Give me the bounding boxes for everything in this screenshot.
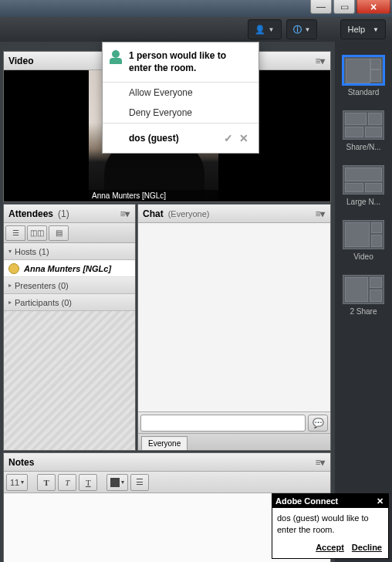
layout-video[interactable]: Video (341, 220, 386, 261)
attendees-title: Attendees (8, 208, 53, 219)
fontsize-value: 11 (10, 478, 19, 487)
chat-tabs: Everyone (138, 433, 330, 450)
notes-title: Notes (8, 457, 34, 468)
video-feed-label: Anna Munters [NGLc] (89, 190, 218, 201)
window-minimize-button[interactable]: — (310, 0, 332, 14)
presenters-label: Presenters (0) (15, 281, 69, 290)
layout-thumb-video (343, 220, 384, 249)
pod-menu-icon[interactable]: ≡▾ (315, 457, 326, 468)
pod-menu-icon[interactable]: ≡▾ (315, 208, 326, 219)
chat-pod-header: Chat (Everyone) ≡▾ (138, 205, 330, 223)
layout-thumb-standard (343, 56, 384, 85)
info-icon: ⓘ (293, 24, 302, 36)
decline-guest-button[interactable]: ✕ (237, 131, 251, 145)
knocking-guest-row: dos (guest) ✓ ✕ (103, 124, 259, 153)
close-icon: ✕ (377, 496, 384, 506)
chat-pod: Chat (Everyone) ≡▾ 💬 Everyone (137, 204, 331, 451)
close-icon: ✕ (239, 132, 248, 144)
layout-label: Standard (348, 88, 380, 96)
allow-everyone-button[interactable]: Allow Everyone (103, 83, 259, 103)
layout-label: 2 Share (350, 307, 377, 316)
toast-close-button[interactable]: ✕ (374, 496, 385, 506)
attendees-view-list-button[interactable]: ☰ (5, 225, 25, 241)
pod-menu-icon[interactable]: ≡▾ (315, 56, 326, 66)
chat-title: Chat (143, 208, 164, 219)
person-icon: 👤 (255, 25, 265, 35)
attendees-pod: Attendees (1) ≡▾ ☰ ◫◫ ▤ ▾ Hosts (1) Anna… (3, 204, 136, 451)
chat-tab-everyone[interactable]: Everyone (141, 436, 188, 450)
layout-thumb-2-share (343, 275, 384, 304)
attendee-row[interactable]: Anna Munters [NGLc] (4, 260, 135, 277)
notes-toolbar: 11 ▾ T T T ▾ ☰ (4, 472, 330, 493)
notes-bold-button[interactable]: T (37, 474, 56, 491)
chevron-down-icon: ▾ (21, 479, 24, 486)
chat-input-row: 💬 (138, 411, 330, 433)
window-maximize-button[interactable]: ▭ (333, 0, 355, 14)
host-icon (8, 263, 19, 274)
collapse-icon: ▾ (8, 248, 12, 255)
allow-everyone-label: Allow Everyone (129, 87, 193, 98)
collapse-icon: ▸ (8, 282, 12, 289)
notes-fontsize-select[interactable]: 11 ▾ (6, 474, 28, 491)
chevron-down-icon: ▼ (305, 26, 311, 33)
window-close-button[interactable]: × (357, 0, 390, 14)
layout-large-notes[interactable]: Large N... (341, 165, 386, 206)
deny-everyone-button[interactable]: Deny Everyone (103, 103, 259, 123)
deny-everyone-label: Deny Everyone (129, 107, 192, 118)
attendees-view-breakout-button[interactable]: ◫◫ (27, 225, 47, 241)
guest-name: dos (guest) (129, 133, 179, 144)
notes-bullets-button[interactable]: ☰ (130, 474, 149, 491)
chat-scope: (Everyone) (168, 209, 210, 218)
help-label: Help (347, 25, 365, 34)
notes-underline-button[interactable]: T (79, 474, 97, 491)
attendee-name: Anna Munters [NGLc] (24, 264, 111, 273)
chat-messages (138, 223, 330, 411)
check-icon: ✓ (224, 132, 233, 144)
manage-access-button[interactable]: 👤▼ (248, 19, 282, 39)
attendees-count: (1) (58, 208, 69, 219)
chat-input[interactable] (140, 415, 306, 432)
attendees-toolbar: ☰ ◫◫ ▤ (4, 223, 135, 243)
notes-italic-button[interactable]: T (58, 474, 76, 491)
notes-pod-header: Notes ≡▾ (4, 453, 330, 472)
hosts-label: Hosts (1) (15, 247, 49, 256)
window-chrome: — ▭ × (0, 0, 392, 17)
attendees-view-status-button[interactable]: ▤ (49, 225, 69, 241)
layout-label: Large N... (346, 198, 380, 206)
speech-bubble-icon: 💬 (313, 418, 324, 428)
attendees-hosts-section[interactable]: ▾ Hosts (1) (4, 243, 135, 260)
layout-2-share[interactable]: 2 Share (341, 275, 386, 316)
chevron-down-icon: ▾ (121, 479, 124, 486)
toast-title: Adobe Connect (275, 496, 338, 506)
attendees-empty-area (4, 311, 135, 450)
attendees-participants-section[interactable]: ▸ Participants (0) (4, 294, 135, 311)
top-toolbar: 👤▼ ⓘ▼ Help ▼ (0, 17, 392, 42)
pod-menu-icon[interactable]: ≡▾ (120, 208, 130, 219)
knocking-message: 1 person would like to enter the room. (129, 50, 251, 74)
attendees-presenters-section[interactable]: ▸ Presenters (0) (4, 277, 135, 294)
layout-thumb-large-notes (343, 165, 384, 195)
toast-header: Adobe Connect ✕ (272, 494, 388, 508)
layout-standard[interactable]: Standard (341, 56, 386, 96)
color-swatch-icon (110, 478, 120, 487)
layout-label: Share/N... (346, 143, 380, 151)
toast-decline-button[interactable]: Decline (352, 543, 382, 552)
toast-accept-button[interactable]: Accept (316, 543, 344, 552)
info-button[interactable]: ⓘ▼ (286, 19, 318, 39)
video-pod-title: Video (8, 56, 33, 66)
layout-label: Video (353, 252, 373, 261)
chevron-down-icon: ▼ (269, 26, 275, 33)
accept-guest-button[interactable]: ✓ (221, 131, 235, 145)
layout-thumb-share (343, 110, 384, 140)
bullet-list-icon: ☰ (136, 477, 144, 487)
layout-share[interactable]: Share/N... (341, 110, 386, 151)
collapse-icon: ▸ (8, 299, 12, 306)
notes-color-button[interactable]: ▾ (106, 474, 128, 491)
help-button[interactable]: Help ▼ (340, 19, 386, 39)
toast-body: dos (guest) would like to enter the room… (272, 508, 388, 540)
chat-send-button[interactable]: 💬 (308, 415, 328, 432)
chevron-down-icon: ▼ (373, 26, 379, 33)
toast-notification: Adobe Connect ✕ dos (guest) would like t… (272, 493, 389, 559)
layout-sidebar: Standard Share/N... Large N... Video (335, 42, 392, 562)
toast-actions: Accept Decline (272, 540, 388, 558)
